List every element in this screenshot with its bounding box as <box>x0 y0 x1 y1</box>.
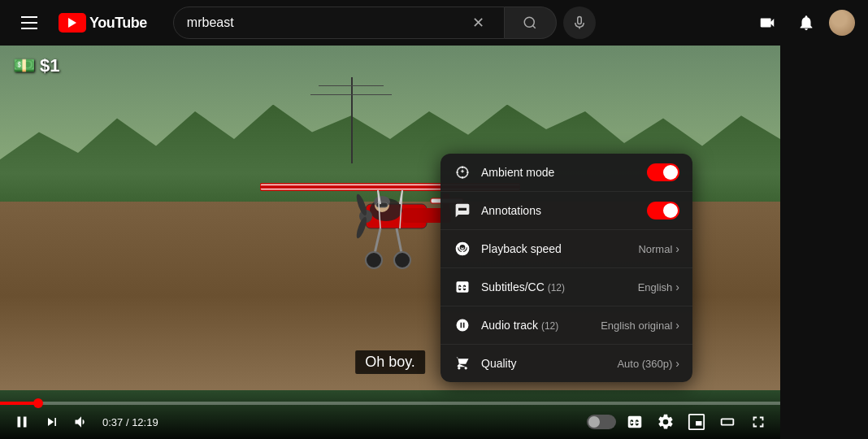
youtube-logo-text: YouTube <box>89 15 147 32</box>
fullscreen-button[interactable] <box>746 410 770 434</box>
controls-row: 0:37 / 12:19 <box>0 405 780 439</box>
playback-speed-chevron: › <box>675 242 679 255</box>
audio-track-label: Audio track (12) <box>481 319 591 332</box>
subtitles-value: English › <box>638 280 679 293</box>
annotations-icon <box>454 202 471 220</box>
svg-point-13 <box>366 252 382 268</box>
playback-speed-current: Normal <box>638 243 672 255</box>
fullscreen-icon <box>749 413 767 431</box>
subtitle-text: Oh boy. <box>355 350 425 374</box>
settings-icon <box>657 413 675 431</box>
quality-icon <box>454 354 471 372</box>
theater-icon <box>718 413 736 431</box>
annotations-label: Annotations <box>481 204 637 217</box>
svg-rect-22 <box>457 172 459 173</box>
volume-icon <box>73 414 89 430</box>
theater-mode-button[interactable] <box>715 410 740 434</box>
quality-label: Quality <box>481 357 607 370</box>
money-amount: $1 <box>40 55 59 76</box>
settings-item-quality[interactable]: Quality Auto (360p) › <box>441 345 692 382</box>
progress-filled <box>0 402 38 405</box>
progress-thumb <box>33 398 43 408</box>
search-clear-button[interactable]: ✕ <box>466 14 491 32</box>
audio-track-current: English original <box>601 319 672 332</box>
settings-item-audio-track[interactable]: Audio track (12) English original › <box>441 306 692 345</box>
quality-value: Auto (360p) › <box>617 357 679 370</box>
playback-speed-icon <box>454 240 471 258</box>
miniplayer-icon <box>688 413 705 431</box>
subtitles-count: (12) <box>548 282 565 293</box>
svg-rect-23 <box>467 172 469 173</box>
progress-bar[interactable] <box>0 402 780 405</box>
svg-rect-24 <box>462 167 463 169</box>
quality-chevron: › <box>675 357 679 370</box>
video-controls: 0:37 / 12:19 <box>0 390 780 439</box>
cc-icon <box>626 413 644 431</box>
svg-point-14 <box>394 252 410 268</box>
subtitles-icon <box>454 278 471 296</box>
menu-button[interactable] <box>13 7 46 39</box>
search-input-wrap: ✕ <box>173 7 505 39</box>
top-navigation: YouTube ✕ <box>0 0 868 46</box>
audio-track-count: (12) <box>541 320 558 332</box>
autoplay-track[interactable] <box>587 415 616 429</box>
search-button[interactable] <box>505 7 557 39</box>
subtitles-chevron: › <box>675 280 679 293</box>
video-container: 💵 $1 Oh boy. <box>0 46 780 439</box>
hamburger-icon <box>21 16 37 29</box>
audio-track-icon <box>454 316 471 334</box>
time-display: 0:37 / 12:19 <box>102 416 158 428</box>
bell-icon <box>797 14 815 32</box>
money-icon: 💵 <box>13 55 35 76</box>
settings-item-annotations[interactable]: Annotations <box>441 192 692 230</box>
settings-panel: Ambient mode Annotations <box>441 154 692 382</box>
playback-speed-value: Normal › <box>638 242 679 255</box>
svg-point-0 <box>525 17 535 27</box>
avatar[interactable] <box>829 10 855 36</box>
pause-icon <box>13 413 31 431</box>
subtitles-current: English <box>638 281 673 293</box>
ambient-mode-label: Ambient mode <box>481 166 637 179</box>
right-sidebar <box>780 46 868 439</box>
search-input[interactable] <box>187 15 466 30</box>
ambient-mode-toggle-knob <box>663 165 678 180</box>
ambient-mode-icon <box>454 163 471 181</box>
playback-speed-label: Playback speed <box>481 242 628 255</box>
annotations-toggle-knob <box>663 203 678 218</box>
video-power-lines <box>351 77 353 163</box>
notifications-button[interactable] <box>790 7 822 39</box>
settings-item-playback-speed[interactable]: Playback speed Normal › <box>441 230 692 268</box>
subtitles-label: Subtitles/CC (12) <box>481 280 628 293</box>
play-pause-button[interactable] <box>10 410 34 434</box>
create-icon <box>758 14 776 32</box>
annotations-toggle[interactable] <box>647 202 679 220</box>
ambient-mode-toggle[interactable] <box>647 163 679 181</box>
search-icon <box>523 15 537 30</box>
nav-right-controls <box>751 7 855 39</box>
skip-next-icon <box>44 414 60 430</box>
audio-track-value: English original › <box>601 319 679 332</box>
quality-current: Auto (360p) <box>617 358 672 370</box>
cc-button[interactable] <box>623 410 647 434</box>
miniplayer-button[interactable] <box>684 410 709 434</box>
settings-item-ambient-mode[interactable]: Ambient mode <box>441 154 692 192</box>
volume-button[interactable] <box>70 411 93 433</box>
avatar-image <box>829 10 855 36</box>
create-button[interactable] <box>751 7 783 39</box>
mic-icon <box>572 15 587 30</box>
youtube-logo[interactable]: YouTube <box>59 13 147 33</box>
autoplay-toggle[interactable] <box>587 415 616 429</box>
settings-item-subtitles[interactable]: Subtitles/CC (12) English › <box>441 268 692 306</box>
youtube-logo-icon <box>59 13 86 33</box>
search-bar: ✕ <box>173 7 596 39</box>
autoplay-thumb <box>588 416 600 428</box>
svg-rect-25 <box>462 176 463 179</box>
money-overlay: 💵 $1 <box>13 55 59 76</box>
next-button[interactable] <box>41 411 63 433</box>
settings-button[interactable] <box>653 410 678 434</box>
svg-rect-10 <box>376 202 388 207</box>
voice-search-button[interactable] <box>563 7 596 39</box>
audio-track-chevron: › <box>675 319 679 332</box>
